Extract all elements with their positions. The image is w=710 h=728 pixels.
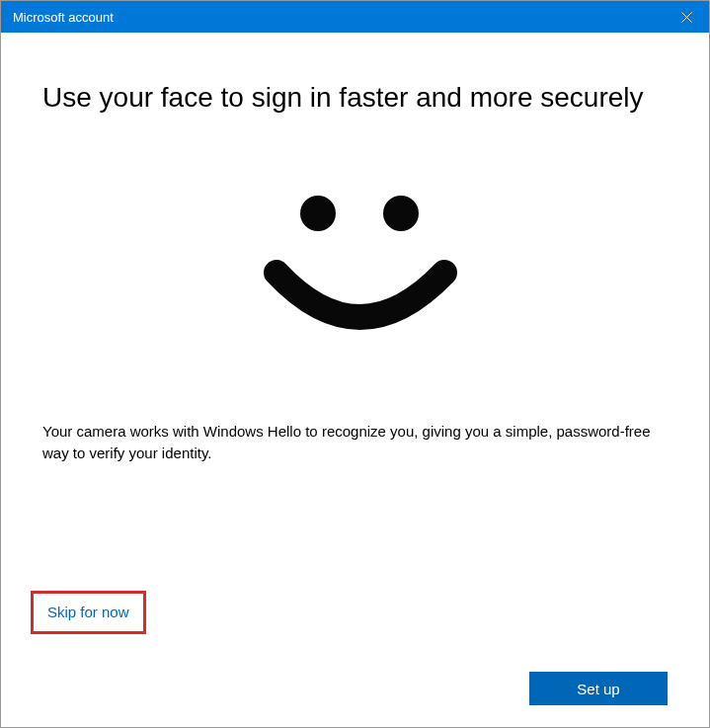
description-text: Your camera works with Windows Hello to … — [42, 421, 655, 464]
skip-highlight-box: Skip for now — [31, 591, 146, 634]
smiley-face-icon — [247, 174, 464, 371]
svg-point-0 — [300, 196, 336, 231]
dialog-footer: Set up — [529, 672, 668, 705]
window-title: Microsoft account — [13, 10, 114, 25]
close-button[interactable] — [664, 1, 709, 33]
setup-button[interactable]: Set up — [529, 672, 668, 705]
svg-point-1 — [383, 196, 419, 231]
close-icon — [681, 12, 692, 23]
dialog-content: Use your face to sign in faster and more… — [1, 33, 709, 727]
dialog-window: Microsoft account Use your face to sign … — [0, 0, 710, 728]
titlebar: Microsoft account — [1, 1, 709, 33]
skip-link[interactable]: Skip for now — [47, 604, 129, 620]
page-heading: Use your face to sign in faster and more… — [42, 80, 668, 115]
hero-illustration-wrap — [42, 174, 668, 371]
